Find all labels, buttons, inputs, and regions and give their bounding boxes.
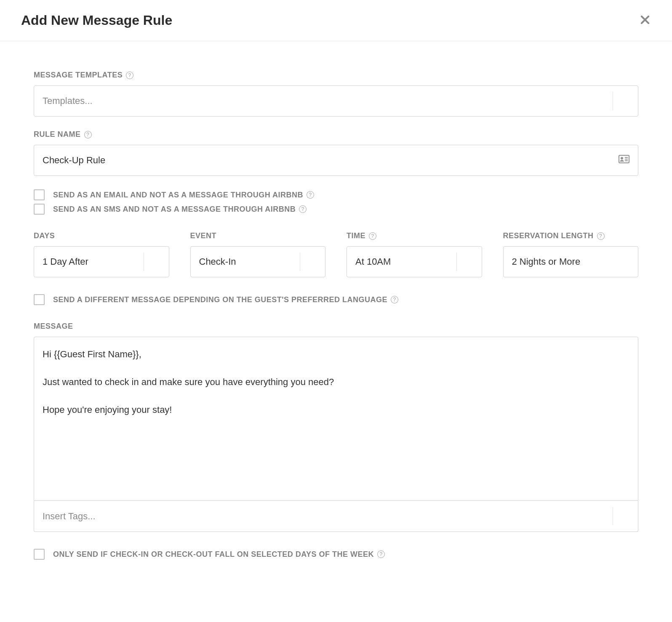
event-field: EVENT Check-In (190, 231, 326, 277)
time-field: TIME ? At 10AM (347, 231, 482, 277)
message-templates-label-text: MESSAGE TEMPLATES (34, 71, 123, 80)
event-value: Check-In (191, 256, 300, 267)
chevron-down-icon (144, 253, 169, 271)
reservation-length-dropdown[interactable]: 2 Nights or More (503, 246, 639, 277)
time-label-text: TIME (347, 231, 365, 240)
help-icon[interactable]: ? (84, 131, 92, 138)
rule-name-input[interactable]: Check-Up Rule (34, 145, 638, 176)
rule-name-label: RULE NAME ? (34, 130, 638, 139)
message-templates-value: Templates... (34, 96, 613, 106)
chevron-down-icon (613, 253, 638, 271)
send-method-checkboxes: SEND AS AN EMAIL AND NOT AS A MESSAGE TH… (34, 189, 638, 215)
message-label-text: MESSAGE (34, 322, 73, 331)
close-button[interactable] (639, 13, 651, 28)
insert-tags-dropdown[interactable]: Insert Tags... (34, 501, 638, 532)
modal-header: Add New Message Rule (0, 0, 672, 41)
help-icon[interactable]: ? (126, 72, 133, 79)
different-language-checkbox[interactable] (34, 294, 45, 305)
only-selected-days-row: ONLY SEND IF CHECK-IN OR CHECK-OUT FALL … (34, 549, 638, 560)
message-templates-dropdown[interactable]: Templates... (34, 85, 638, 117)
only-selected-days-label-text: ONLY SEND IF CHECK-IN OR CHECK-OUT FALL … (53, 550, 374, 559)
days-field: DAYS 1 Day After (34, 231, 169, 277)
event-dropdown[interactable]: Check-In (190, 246, 326, 277)
reservation-length-label: RESERVATION LENGTH ? (503, 231, 639, 240)
send-email-checkbox[interactable] (34, 189, 45, 200)
help-icon[interactable]: ? (369, 232, 376, 240)
days-dropdown[interactable]: 1 Day After (34, 246, 169, 277)
modal-body: MESSAGE TEMPLATES ? Templates... RULE NA… (0, 41, 672, 580)
event-label-text: EVENT (190, 231, 217, 240)
message-templates-label: MESSAGE TEMPLATES ? (34, 71, 638, 80)
message-field: MESSAGE Hi {{Guest First Name}}, Just wa… (34, 322, 638, 532)
schedule-row: DAYS 1 Day After EVENT Check-In TI (34, 231, 638, 277)
chevron-down-icon (613, 92, 638, 110)
send-email-label-text: SEND AS AN EMAIL AND NOT AS A MESSAGE TH… (53, 191, 303, 199)
help-icon[interactable]: ? (307, 191, 314, 199)
days-label: DAYS (34, 231, 169, 240)
different-language-label: SEND A DIFFERENT MESSAGE DEPENDING ON TH… (53, 295, 398, 304)
message-templates-field: MESSAGE TEMPLATES ? Templates... (34, 71, 638, 117)
modal-title: Add New Message Rule (21, 13, 172, 28)
insert-tags-value: Insert Tags... (34, 511, 613, 522)
reservation-length-value: 2 Nights or More (504, 256, 613, 267)
send-sms-row: SEND AS AN SMS AND NOT AS A MESSAGE THRO… (34, 204, 638, 215)
send-sms-label-text: SEND AS AN SMS AND NOT AS A MESSAGE THRO… (53, 205, 296, 214)
only-selected-days-checkbox[interactable] (34, 549, 45, 560)
rule-name-value: Check-Up Rule (43, 155, 619, 166)
send-sms-label: SEND AS AN SMS AND NOT AS A MESSAGE THRO… (53, 205, 307, 214)
event-label: EVENT (190, 231, 326, 240)
reservation-length-field: RESERVATION LENGTH ? 2 Nights or More (503, 231, 639, 277)
rule-name-label-text: RULE NAME (34, 130, 81, 139)
rule-name-field: RULE NAME ? Check-Up Rule (34, 130, 638, 176)
help-icon[interactable]: ? (391, 296, 398, 303)
days-label-text: DAYS (34, 231, 55, 240)
help-icon[interactable]: ? (597, 232, 605, 240)
send-email-row: SEND AS AN EMAIL AND NOT AS A MESSAGE TH… (34, 189, 638, 200)
days-value: 1 Day After (34, 256, 144, 267)
time-value: At 10AM (347, 256, 456, 267)
send-email-label: SEND AS AN EMAIL AND NOT AS A MESSAGE TH… (53, 191, 314, 199)
send-sms-checkbox[interactable] (34, 204, 45, 215)
chevron-down-icon (456, 253, 482, 271)
contact-card-icon (619, 155, 629, 166)
message-label: MESSAGE (34, 322, 638, 331)
svg-point-3 (621, 157, 623, 159)
different-language-label-text: SEND A DIFFERENT MESSAGE DEPENDING ON TH… (53, 295, 387, 304)
only-selected-days-label: ONLY SEND IF CHECK-IN OR CHECK-OUT FALL … (53, 550, 385, 559)
time-label: TIME ? (347, 231, 482, 240)
message-textarea[interactable]: Hi {{Guest First Name}}, Just wanted to … (34, 337, 638, 501)
time-dropdown[interactable]: At 10AM (347, 246, 482, 277)
reservation-length-label-text: RESERVATION LENGTH (503, 231, 594, 240)
different-language-row: SEND A DIFFERENT MESSAGE DEPENDING ON TH… (34, 294, 638, 305)
chevron-down-icon (300, 253, 325, 271)
help-icon[interactable]: ? (377, 550, 385, 558)
help-icon[interactable]: ? (299, 205, 307, 213)
chevron-down-icon (613, 507, 638, 526)
